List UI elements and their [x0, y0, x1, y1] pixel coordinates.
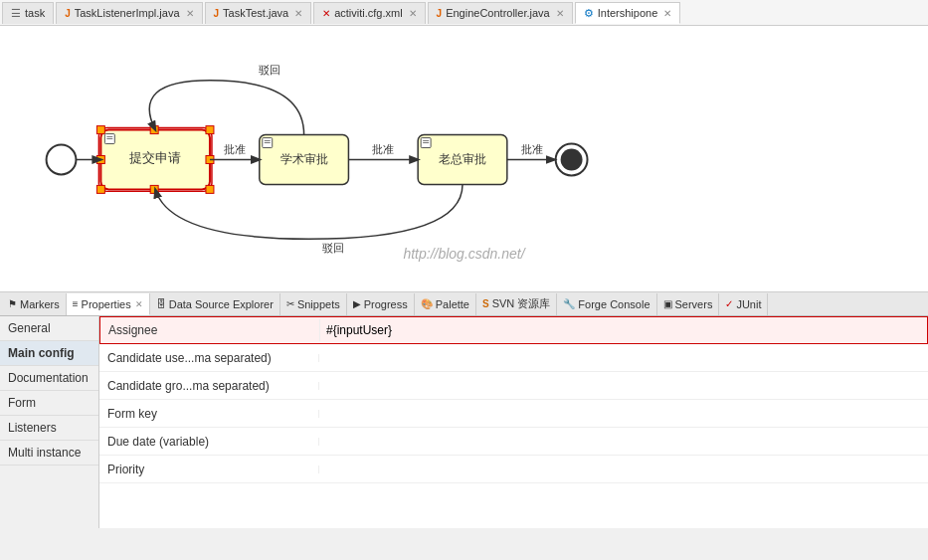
sidebar-item-documentation[interactable]: Documentation: [0, 366, 98, 391]
tab-enginecontroller-label: EngineController.java: [446, 7, 550, 19]
task-tab-icon: ☰: [11, 7, 21, 20]
panel-tab-servers[interactable]: ▣ Servers: [657, 293, 720, 315]
servers-icon: ▣: [663, 298, 672, 309]
svn-icon: S: [482, 298, 489, 309]
prop-value-assignee[interactable]: #{inputUser}: [319, 319, 927, 341]
start-event: [47, 145, 77, 175]
forge-icon: 🔧: [563, 298, 575, 309]
xml-icon: ✕: [322, 8, 330, 19]
tab-enginecontroller-close[interactable]: ✕: [556, 8, 564, 19]
java-icon-3: J: [437, 8, 443, 19]
sidebar-item-form[interactable]: Form: [0, 391, 98, 416]
junit-icon: ✓: [725, 298, 733, 309]
workflow-icon: ⚙: [584, 7, 594, 20]
sidebar-item-multiinstance[interactable]: Multi instance: [0, 441, 98, 466]
end-event-inner: [561, 149, 583, 171]
panel-tab-progress-label: Progress: [364, 298, 408, 310]
reject-label-top: 驳回: [259, 64, 280, 76]
prop-row-candidate-use: Candidate use...ma separated): [99, 344, 928, 372]
panel-tab-servers-label: Servers: [675, 298, 713, 310]
panel-tab-progress[interactable]: ▶ Progress: [347, 293, 415, 315]
panel-tab-palette-label: Palette: [436, 298, 469, 310]
panel-tab-forge-label: Forge Console: [578, 298, 650, 310]
java-icon-2: J: [214, 8, 220, 19]
prop-label-candidate-use: Candidate use...ma separated): [99, 347, 318, 369]
tab-task[interactable]: ☰ task: [2, 2, 54, 24]
prop-row-due-date: Due date (variable): [99, 428, 928, 456]
panel-tab-junit-label: JUnit: [736, 298, 761, 310]
tab-tasklistenerimpl[interactable]: J TaskListenerImpl.java ✕: [56, 2, 202, 24]
approve-label-2: 批准: [372, 143, 394, 155]
sidebar-item-listeners[interactable]: Listeners: [0, 416, 98, 441]
submit-label: 提交申请: [129, 150, 181, 165]
prop-label-form-key: Form key: [99, 403, 318, 425]
properties-sidebar: General Main config Documentation Form L…: [0, 316, 99, 528]
properties-icon: ≡: [73, 298, 79, 309]
prop-label-candidate-gro: Candidate gro...ma separated): [99, 375, 318, 397]
editor-tab-bar: ☰ task J TaskListenerImpl.java ✕ J TaskT…: [0, 0, 928, 26]
panel-tab-markers[interactable]: ⚑ Markers: [2, 293, 67, 315]
prop-value-due-date[interactable]: [318, 438, 928, 446]
panel-tab-forge[interactable]: 🔧 Forge Console: [557, 293, 656, 315]
approve-label-3: 批准: [521, 143, 543, 155]
properties-tab-close[interactable]: ✕: [135, 299, 143, 309]
progress-icon: ▶: [353, 298, 361, 309]
tab-intershipone-close[interactable]: ✕: [663, 8, 671, 19]
panel-tab-palette[interactable]: 🎨 Palette: [415, 293, 476, 315]
bottom-panel: ⚑ Markers ≡ Properties ✕ 🗄 Data Source E…: [0, 292, 928, 528]
ceo-label: 老总审批: [439, 152, 486, 166]
tab-activiti-close[interactable]: ✕: [409, 8, 417, 19]
svg-rect-6: [96, 185, 104, 193]
prop-value-priority[interactable]: [318, 466, 928, 473]
approve-label-1: 批准: [224, 143, 246, 155]
tab-task-label: task: [25, 7, 45, 19]
tab-tasktest[interactable]: J TaskTest.java ✕: [205, 2, 312, 24]
tab-tasktest-close[interactable]: ✕: [294, 8, 302, 19]
svg-rect-8: [206, 185, 214, 193]
panel-tab-snippets[interactable]: ✂ Snippets: [280, 293, 347, 315]
panel-tab-properties-label: Properties: [82, 298, 131, 310]
watermark: http://blog.csdn.net/: [403, 246, 524, 262]
tab-enginecontroller[interactable]: J EngineController.java ✕: [428, 2, 573, 24]
tab-tasklistenerimpl-label: TaskListenerImpl.java: [75, 7, 180, 19]
svg-rect-1: [96, 126, 104, 134]
academic-label: 学术审批: [280, 152, 328, 166]
prop-value-candidate-use[interactable]: [318, 354, 928, 362]
diagram-area: 提交申请 学术审批 批准 老总审批 批准 批准 驳回 驳回: [0, 26, 928, 292]
panel-tab-datasource-label: Data Source Explorer: [169, 298, 274, 310]
tab-tasklistenerimpl-close[interactable]: ✕: [186, 8, 194, 19]
prop-row-priority: Priority: [99, 456, 928, 483]
palette-icon: 🎨: [421, 298, 433, 309]
panel-tab-properties[interactable]: ≡ Properties ✕: [67, 293, 150, 315]
datasource-icon: 🗄: [156, 298, 166, 309]
prop-value-form-key[interactable]: [318, 410, 928, 418]
panel-tab-svn[interactable]: S SVN 资源库: [476, 293, 557, 315]
markers-icon: ⚑: [8, 298, 17, 309]
snippets-icon: ✂: [286, 298, 294, 309]
panel-tab-datasource[interactable]: 🗄 Data Source Explorer: [150, 293, 280, 315]
reject-label-bottom: 驳回: [322, 242, 344, 254]
tab-tasktest-label: TaskTest.java: [223, 7, 288, 19]
prop-value-candidate-gro[interactable]: [318, 382, 928, 390]
tab-activiti[interactable]: ✕ activiti.cfg.xml ✕: [313, 2, 425, 24]
panel-tab-bar: ⚑ Markers ≡ Properties ✕ 🗄 Data Source E…: [0, 292, 928, 316]
prop-label-due-date: Due date (variable): [99, 431, 318, 453]
panel-tab-svn-label: SVN 资源库: [492, 296, 551, 311]
sidebar-item-general[interactable]: General: [0, 316, 98, 341]
sidebar-item-mainconfig[interactable]: Main config: [0, 341, 98, 366]
prop-row-candidate-gro: Candidate gro...ma separated): [99, 372, 928, 400]
panel-tab-snippets-label: Snippets: [297, 298, 340, 310]
tab-activiti-label: activiti.cfg.xml: [334, 7, 402, 19]
prop-label-assignee: Assignee: [100, 319, 319, 341]
svg-rect-3: [206, 126, 214, 134]
svg-rect-7: [150, 185, 158, 193]
properties-table: Assignee #{inputUser} Candidate use...ma…: [99, 316, 928, 528]
panel-tab-markers-label: Markers: [20, 298, 60, 310]
tab-intershipone[interactable]: ⚙ Intershipone ✕: [575, 2, 681, 24]
java-icon-1: J: [65, 8, 71, 19]
panel-content: General Main config Documentation Form L…: [0, 316, 928, 528]
prop-row-form-key: Form key: [99, 400, 928, 428]
prop-label-priority: Priority: [99, 459, 318, 480]
panel-tab-junit[interactable]: ✓ JUnit: [719, 293, 768, 315]
prop-row-assignee: Assignee #{inputUser}: [99, 316, 928, 344]
